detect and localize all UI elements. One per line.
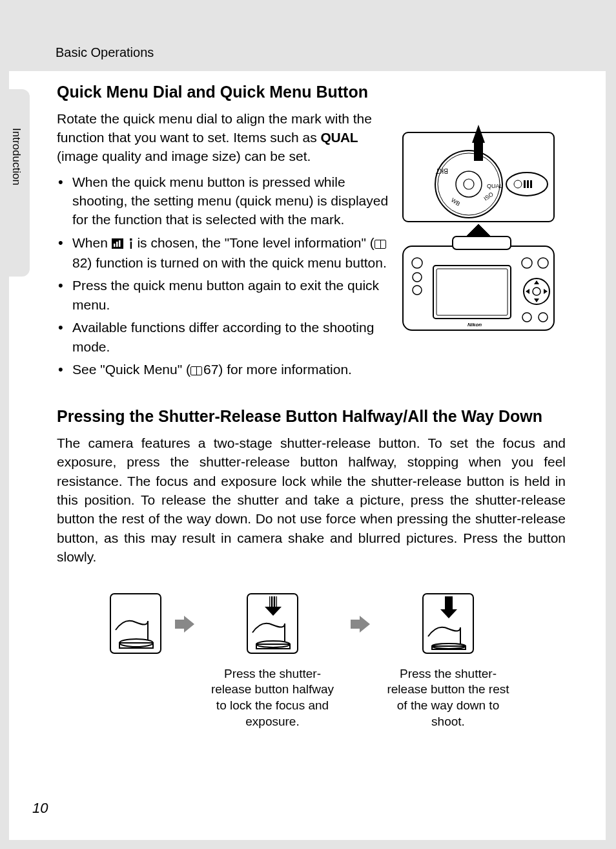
diagram-halfway: Press the shutter-release button halfway…: [205, 590, 340, 730]
svg-point-37: [522, 258, 532, 268]
camera-diagram-column: BKT QUAL WB ISO: [398, 109, 566, 383]
finger-half-press-icon: [243, 590, 302, 657]
svg-point-12: [464, 179, 474, 189]
b2-prefix: When: [72, 235, 112, 250]
b5-ref: 67: [203, 362, 218, 377]
section-1-columns: Rotate the quick menu dial to align the …: [57, 109, 566, 383]
svg-rect-4: [130, 238, 132, 241]
svg-marker-7: [472, 125, 485, 143]
svg-marker-35: [526, 289, 529, 294]
qual-icon: QUAL: [321, 130, 358, 145]
tone-level-icon: [112, 235, 134, 253]
svg-marker-57: [440, 609, 457, 618]
svg-marker-54: [351, 616, 370, 633]
svg-point-11: [456, 171, 482, 197]
svg-point-29: [413, 273, 422, 282]
bullet-4: Available functions differ according to …: [72, 318, 390, 356]
heading-quick-menu: Quick Menu Dial and Quick Menu Button: [57, 81, 566, 103]
book-icon: [375, 240, 386, 249]
svg-text:BKT: BKT: [436, 167, 448, 174]
b2-mid: is chosen, the "Tone level information" …: [137, 235, 374, 250]
arrow-right-icon: [351, 616, 370, 635]
bullet-list: When the quick menu button is pressed wh…: [57, 173, 390, 379]
diagram-initial: [107, 590, 165, 660]
shutter-diagram-row: Press the shutter-release button halfway…: [57, 590, 566, 730]
svg-rect-2: [116, 242, 118, 247]
camera-dial-diagram: BKT QUAL WB ISO: [398, 123, 559, 337]
bullet-3: Press the quick menu button again to exi…: [72, 276, 390, 314]
finger-rest-icon: [107, 590, 165, 657]
b2-suffix: ) function is turned on with the quick m…: [87, 255, 386, 270]
finger-full-press-icon: [419, 590, 477, 657]
svg-point-28: [412, 258, 422, 268]
svg-marker-33: [534, 280, 539, 284]
svg-rect-26: [433, 266, 511, 319]
svg-point-38: [538, 258, 548, 268]
svg-marker-34: [534, 299, 539, 302]
svg-rect-20: [530, 180, 532, 188]
heading-shutter: Pressing the Shutter-Release Button Half…: [57, 406, 566, 427]
svg-marker-45: [175, 616, 194, 633]
svg-rect-56: [445, 596, 453, 609]
svg-rect-1: [114, 244, 116, 247]
intro-paragraph: Rotate the quick menu dial to align the …: [57, 109, 390, 166]
page-number: 10: [32, 800, 48, 817]
page-content: Quick Menu Dial and Quick Menu Button Ro…: [9, 36, 606, 729]
book-icon: [190, 366, 202, 375]
svg-text:Nikon: Nikon: [467, 322, 482, 328]
svg-rect-25: [453, 236, 511, 249]
bullet-5: See "Quick Menu" (67) for more informati…: [72, 360, 390, 379]
svg-point-32: [533, 288, 540, 295]
svg-point-40: [539, 313, 548, 322]
arrow-right-icon: [175, 616, 194, 635]
svg-rect-27: [436, 269, 508, 315]
bullet-2: When: [72, 233, 390, 273]
caption-halfway: Press the shutter-release button halfway…: [205, 666, 340, 730]
svg-text:QUAL: QUAL: [487, 183, 503, 189]
svg-rect-5: [130, 242, 131, 249]
svg-point-30: [413, 286, 422, 295]
manual-page: Basic Operations Introduction Quick Menu…: [9, 6, 606, 840]
svg-rect-19: [527, 180, 529, 188]
svg-rect-3: [119, 240, 121, 247]
bullet-1: When the quick menu button is pressed wh…: [72, 173, 390, 229]
svg-text:WB: WB: [450, 196, 462, 207]
b5-suffix: ) for more information.: [218, 362, 352, 377]
b2-ref: 82: [72, 255, 87, 270]
svg-rect-18: [524, 180, 526, 188]
svg-point-39: [522, 313, 531, 322]
svg-marker-48: [265, 607, 282, 616]
section-1-text: Rotate the quick menu dial to align the …: [57, 109, 398, 383]
section-2: Pressing the Shutter-Release Button Half…: [57, 406, 566, 729]
shutter-paragraph: The camera features a two-stage shutter-…: [57, 434, 566, 567]
intro-suffix: (image quality and image size) can be se…: [57, 149, 311, 163]
diagram-full-press: Press the shutter-release button the res…: [380, 590, 516, 730]
caption-full: Press the shutter-release button the res…: [380, 666, 516, 730]
svg-point-21: [514, 180, 522, 188]
svg-marker-36: [544, 289, 548, 294]
svg-text:ISO: ISO: [482, 191, 494, 202]
b5-prefix: See "Quick Menu" (: [72, 362, 190, 377]
